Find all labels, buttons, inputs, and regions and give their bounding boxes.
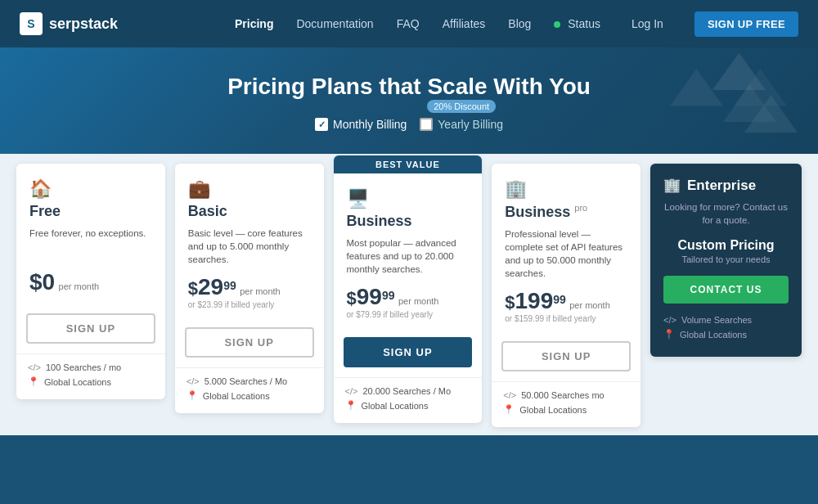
yearly-billing-option[interactable]: 20% Discount Yearly Billing: [420, 118, 503, 131]
nav-links: Pricing Documentation FAQ Affiliates Blo…: [235, 11, 798, 37]
status-dot-icon: [554, 21, 560, 28]
logo-icon: S: [20, 12, 43, 35]
free-signup-button[interactable]: SIGN UP: [26, 313, 155, 344]
basic-desc: Basic level — core features and up to 5.…: [188, 227, 311, 266]
geo-background: [671, 47, 818, 154]
plan-basic: 💼 Basic Basic level — core features and …: [175, 164, 324, 413]
monthly-billing-label: Monthly Billing: [333, 118, 407, 131]
nav-documentation[interactable]: Documentation: [296, 17, 373, 30]
enterprise-feature-searches: </> Volume Searches: [663, 315, 789, 325]
plan-business: BEST VALUE 🖥️ Business Most popular — ad…: [334, 155, 483, 423]
navbar: S serpstack Pricing Documentation FAQ Af…: [0, 0, 818, 47]
free-feature-locations: 📍 Global Locations: [28, 376, 154, 387]
business-pro-price: $19999 per month or $159.99 if billed ye…: [505, 288, 627, 323]
business-pro-price-cents: 99: [553, 293, 566, 306]
enterprise-title-row: 🏢 Enterprise: [663, 177, 789, 194]
custom-pricing-title: Custom Pricing: [663, 238, 789, 253]
basic-price-cents: 99: [223, 279, 236, 292]
business-pro-title: Business pro: [505, 203, 627, 221]
billing-toggle: Monthly Billing 20% Discount Yearly Bill…: [16, 118, 802, 131]
plan-basic-header: 💼 Basic Basic level — core features and …: [175, 164, 324, 321]
free-footer: </> 100 Searches / mo 📍 Global Locations: [16, 353, 165, 399]
location-icon: 📍: [28, 376, 39, 387]
business-feature-locations: 📍 Global Locations: [345, 400, 471, 411]
basic-feature-searches: </> 5.000 Searches / Mo: [187, 376, 312, 386]
logo[interactable]: S serpstack: [20, 12, 118, 35]
free-icon: 🏠: [29, 178, 152, 200]
business-feature-searches: </> 20.000 Searches / Mo: [345, 386, 471, 396]
business-signup-button[interactable]: SIGN UP: [344, 337, 473, 367]
plan-business-pro: 🏢 Business pro Professional level — comp…: [492, 164, 640, 427]
basic-footer: </> 5.000 Searches / Mo 📍 Global Locatio…: [175, 367, 324, 413]
nav-affiliates[interactable]: Affiliates: [443, 17, 486, 30]
plan-business-header: 🖥️ Business Most popular — advanced feat…: [334, 173, 483, 331]
contact-us-button[interactable]: CONTACT US: [663, 276, 789, 304]
business-pro-price-dollar: $: [505, 292, 515, 313]
enterprise-location-icon: 📍: [663, 329, 675, 340]
yearly-checkbox[interactable]: [420, 118, 433, 131]
business-price-main: 99: [357, 284, 382, 309]
enterprise-title-text: Enterprise: [687, 178, 756, 194]
plan-free: 🏠 Free Free forever, no exceptions. $0 p…: [16, 164, 165, 399]
yearly-billing-label: Yearly Billing: [438, 118, 503, 131]
nav-faq[interactable]: FAQ: [397, 17, 420, 30]
business-title: Business: [347, 213, 470, 230]
business-pro-price-per: per month: [569, 300, 610, 310]
free-price: $0 per month: [29, 269, 152, 295]
free-desc: Free forever, no exceptions.: [29, 227, 152, 261]
hero-title: Pricing Plans that Scale With You: [16, 74, 802, 100]
business-price: $9999 per month or $79.99 if billed year…: [347, 284, 470, 319]
business-icon: 🖥️: [347, 188, 470, 209]
nav-status[interactable]: Status: [554, 17, 600, 30]
code-icon: </>: [503, 390, 516, 400]
custom-pricing-sub: Tailored to your needs: [663, 254, 789, 264]
location-icon: 📍: [187, 390, 198, 401]
basic-price-per: per month: [240, 286, 281, 296]
business-pro-feature-locations: 📍 Global Locations: [503, 404, 629, 415]
plan-free-header: 🏠 Free Free forever, no exceptions. $0 p…: [16, 164, 165, 307]
business-price-per: per month: [398, 296, 439, 306]
free-price-per: per month: [59, 281, 100, 291]
login-button[interactable]: Log In: [623, 12, 672, 35]
enterprise-feature-locations: 📍 Global Locations: [663, 329, 789, 340]
code-icon: </>: [187, 376, 200, 386]
pricing-section: 🏠 Free Free forever, no exceptions. $0 p…: [0, 154, 818, 435]
plan-enterprise: 🏢 Enterprise Looking for more? Contact u…: [650, 164, 802, 357]
monthly-checkbox[interactable]: [315, 118, 328, 131]
business-yearly-note: or $79.99 if billed yearly: [347, 310, 470, 319]
best-value-banner: BEST VALUE: [334, 155, 483, 173]
basic-price: $2999 per month or $23.99 if billed year…: [188, 274, 311, 309]
basic-signup-button[interactable]: SIGN UP: [185, 327, 314, 358]
business-pro-signup-button[interactable]: SIGN UP: [501, 341, 631, 371]
location-icon: 📍: [503, 404, 515, 415]
enterprise-code-icon: </>: [663, 315, 676, 325]
business-pro-feature-searches: </> 50.000 Searches mo: [503, 390, 629, 400]
plan-business-pro-header: 🏢 Business pro Professional level — comp…: [492, 164, 640, 335]
location-icon: 📍: [345, 400, 357, 411]
signup-button[interactable]: SIGN UP FREE: [694, 11, 798, 37]
code-icon: </>: [28, 362, 41, 372]
business-pro-price-main: 199: [515, 288, 554, 313]
business-price-cents: 99: [382, 289, 395, 302]
free-feature-searches: </> 100 Searches / mo: [28, 362, 154, 372]
logo-text: serpstack: [49, 16, 118, 33]
code-icon: </>: [345, 386, 358, 396]
basic-feature-locations: 📍 Global Locations: [187, 390, 312, 401]
basic-title: Basic: [188, 203, 311, 220]
enterprise-subtitle: Looking for more? Contact us for a quote…: [663, 200, 789, 227]
basic-price-main: 29: [198, 274, 223, 299]
business-footer: </> 20.000 Searches / Mo 📍 Global Locati…: [334, 377, 483, 423]
nav-pricing[interactable]: Pricing: [235, 17, 273, 30]
pricing-cards: 🏠 Free Free forever, no exceptions. $0 p…: [16, 164, 802, 427]
nav-blog[interactable]: Blog: [508, 17, 531, 30]
free-title: Free: [29, 203, 152, 220]
business-pro-desc: Professional level — complete set of API…: [505, 227, 627, 280]
hero-section: Pricing Plans that Scale With You Monthl…: [0, 47, 818, 154]
monthly-billing-option[interactable]: Monthly Billing: [315, 118, 407, 131]
business-pro-footer: </> 50.000 Searches mo 📍 Global Location…: [492, 381, 640, 427]
enterprise-icon: 🏢: [663, 177, 681, 194]
basic-icon: 💼: [188, 178, 311, 200]
basic-yearly-note: or $23.99 if billed yearly: [188, 300, 311, 309]
business-pro-yearly-note: or $159.99 if billed yearly: [505, 314, 627, 323]
basic-price-dollar: $: [188, 278, 198, 299]
